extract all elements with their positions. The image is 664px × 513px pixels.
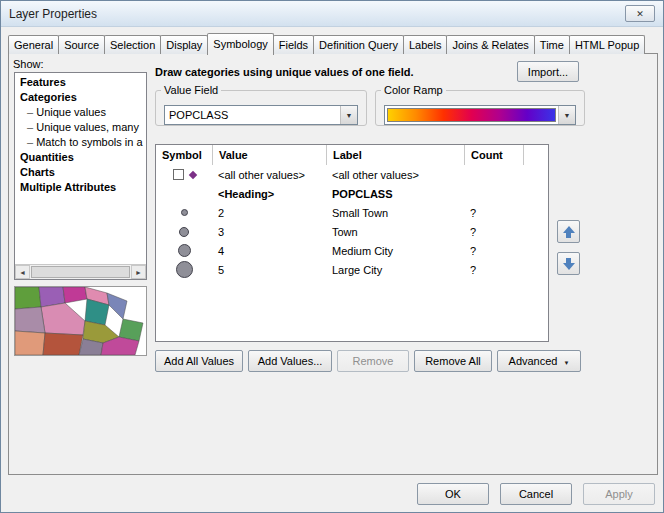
close-icon: ✕ bbox=[636, 9, 644, 19]
cell-label: Large City bbox=[326, 264, 464, 276]
cell-count: ? bbox=[464, 207, 524, 219]
arrow-up-icon-stem bbox=[566, 233, 571, 238]
chevron-down-icon bbox=[340, 106, 357, 124]
move-down-button[interactable] bbox=[557, 252, 580, 275]
tab-joins-relates[interactable]: Joins & Relates bbox=[446, 35, 534, 54]
graduated-circle-symbol[interactable] bbox=[178, 244, 191, 257]
window-title: Layer Properties bbox=[9, 7, 97, 21]
show-tree: Features Categories Unique values Unique… bbox=[14, 72, 147, 280]
tree-item-features[interactable]: Features bbox=[15, 75, 146, 90]
tab-general[interactable]: General bbox=[8, 35, 59, 54]
table-actions: Add All Values Add Values... Remove Remo… bbox=[155, 350, 581, 372]
add-values-button[interactable]: Add Values... bbox=[248, 350, 332, 372]
graduated-circle-symbol[interactable] bbox=[179, 227, 189, 237]
table-row[interactable]: 2 Small Town ? bbox=[156, 203, 548, 222]
layer-properties-dialog: Layer Properties ✕ General Source Select… bbox=[0, 0, 664, 513]
value-field-label: Value Field bbox=[161, 84, 221, 96]
map-preview-image bbox=[15, 287, 146, 355]
tab-display[interactable]: Display bbox=[160, 35, 208, 54]
scrollbar-thumb[interactable] bbox=[31, 266, 130, 278]
map-polygon bbox=[15, 331, 45, 355]
tree-item-charts[interactable]: Charts bbox=[15, 165, 146, 180]
color-ramp-group: Color Ramp bbox=[375, 84, 585, 126]
tree-item-quantities[interactable]: Quantities bbox=[15, 150, 146, 165]
import-button[interactable]: Import... bbox=[517, 61, 579, 82]
cell-value: 4 bbox=[212, 245, 326, 257]
column-header-label: Label bbox=[326, 145, 464, 165]
table-header: Symbol Value Label Count bbox=[156, 145, 548, 165]
column-header-symbol: Symbol bbox=[156, 145, 212, 165]
column-header-value: Value bbox=[212, 145, 326, 165]
tab-source[interactable]: Source bbox=[58, 35, 105, 54]
color-ramp-preview bbox=[387, 108, 556, 122]
table-row[interactable]: 5 Large City ? bbox=[156, 260, 548, 279]
tree-horizontal-scrollbar[interactable] bbox=[15, 264, 146, 279]
remove-button[interactable]: Remove bbox=[337, 350, 409, 372]
table-row[interactable]: 4 Medium City ? bbox=[156, 241, 548, 260]
arrow-down-icon bbox=[563, 263, 575, 270]
scroll-right-icon[interactable] bbox=[131, 265, 146, 279]
tree-item-multiple-attributes[interactable]: Multiple Attributes bbox=[15, 180, 146, 195]
cell-value: <Heading> bbox=[212, 188, 326, 200]
show-tree-items: Features Categories Unique values Unique… bbox=[15, 73, 146, 264]
tab-time[interactable]: Time bbox=[534, 35, 570, 54]
cancel-button[interactable]: Cancel bbox=[500, 483, 572, 505]
remove-all-button[interactable]: Remove All bbox=[414, 350, 492, 372]
titlebar[interactable]: Layer Properties ✕ bbox=[1, 1, 663, 27]
advanced-button-label: Advanced bbox=[509, 355, 558, 367]
map-polygon bbox=[15, 307, 45, 333]
advanced-button[interactable]: Advanced bbox=[497, 350, 581, 372]
advanced-dropdown-icon bbox=[563, 355, 569, 367]
close-button[interactable]: ✕ bbox=[625, 5, 655, 22]
value-field-group: Value Field POPCLASS bbox=[155, 84, 367, 126]
method-description: Draw categories using unique values of o… bbox=[155, 66, 414, 78]
tab-symbology[interactable]: Symbology bbox=[207, 33, 273, 55]
all-other-values-checkbox[interactable] bbox=[173, 169, 184, 180]
map-polygon bbox=[43, 333, 83, 355]
show-label: Show: bbox=[13, 58, 44, 70]
graduated-circle-symbol[interactable] bbox=[181, 209, 188, 216]
ok-button[interactable]: OK bbox=[417, 483, 489, 505]
arrow-up-icon bbox=[563, 226, 575, 233]
scroll-left-icon[interactable] bbox=[15, 265, 30, 279]
table-row[interactable]: <all other values> <all other values> bbox=[156, 165, 548, 184]
color-ramp-label: Color Ramp bbox=[381, 84, 446, 96]
map-polygon bbox=[15, 287, 41, 309]
tab-fields[interactable]: Fields bbox=[273, 35, 314, 54]
add-all-values-button[interactable]: Add All Values bbox=[155, 350, 243, 372]
tab-selection[interactable]: Selection bbox=[104, 35, 161, 54]
cell-count: ? bbox=[464, 264, 524, 276]
unique-values-table: Symbol Value Label Count <all other valu… bbox=[155, 144, 549, 342]
apply-button[interactable]: Apply bbox=[583, 483, 655, 505]
map-preview bbox=[14, 286, 147, 356]
cell-value: <all other values> bbox=[212, 169, 326, 181]
map-polygon bbox=[63, 287, 87, 303]
cell-count: ? bbox=[464, 226, 524, 238]
table-row[interactable]: 3 Town ? bbox=[156, 222, 548, 241]
tab-definition-query[interactable]: Definition Query bbox=[313, 35, 404, 54]
tree-item-categories[interactable]: Categories bbox=[15, 90, 146, 105]
cell-label: Small Town bbox=[326, 207, 464, 219]
value-field-dropdown[interactable]: POPCLASS bbox=[164, 105, 358, 125]
dialog-footer: OK Cancel Apply bbox=[417, 483, 655, 505]
tab-strip: General Source Selection Display Symbolo… bbox=[8, 32, 656, 54]
column-header-count: Count bbox=[464, 145, 524, 165]
tab-html-popup[interactable]: HTML Popup bbox=[569, 35, 645, 54]
cell-label: Town bbox=[326, 226, 464, 238]
cell-value: 3 bbox=[212, 226, 326, 238]
cell-label: <all other values> bbox=[326, 169, 464, 181]
value-field-selected: POPCLASS bbox=[165, 106, 340, 124]
tab-labels[interactable]: Labels bbox=[403, 35, 447, 54]
tree-item-match-symbols[interactable]: Match to symbols in a bbox=[15, 135, 146, 150]
tree-item-unique-values[interactable]: Unique values bbox=[15, 105, 146, 120]
point-symbol-swatch[interactable] bbox=[188, 170, 196, 178]
move-up-button[interactable] bbox=[557, 220, 580, 243]
tree-item-unique-values-many[interactable]: Unique values, many bbox=[15, 120, 146, 135]
cell-count: ? bbox=[464, 245, 524, 257]
table-row[interactable]: <Heading> POPCLASS bbox=[156, 184, 548, 203]
color-ramp-dropdown[interactable] bbox=[384, 105, 576, 125]
cell-value: 2 bbox=[212, 207, 326, 219]
graduated-circle-symbol[interactable] bbox=[176, 261, 193, 278]
map-polygon bbox=[41, 303, 85, 335]
map-polygon bbox=[107, 293, 127, 319]
